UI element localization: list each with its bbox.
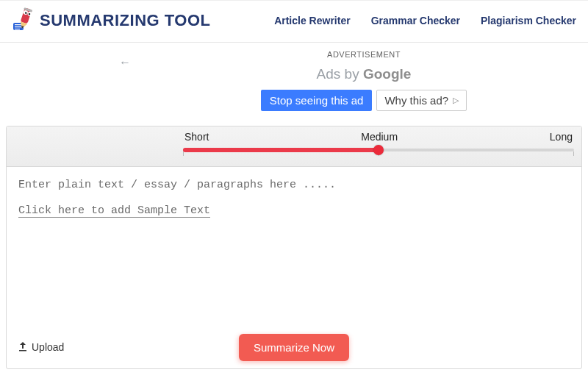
stop-seeing-ad-button[interactable]: Stop seeing this ad xyxy=(261,90,373,111)
header: SUMMARIZING TOOL Article Rewriter Gramma… xyxy=(0,0,588,43)
editor-placeholder: Enter plain text / essay / paragraphs he… xyxy=(18,179,570,191)
advertisement-block: ← ADVERTISEMENT Ads by Google Stop seein… xyxy=(0,47,588,118)
brand[interactable]: SUMMARIZING TOOL xyxy=(9,7,210,35)
length-slider-bar: Short Medium Long xyxy=(7,126,581,167)
nav-grammar-checker[interactable]: Grammar Checker xyxy=(371,15,460,26)
ads-by-line: Ads by Google xyxy=(140,66,588,82)
slider-thumb[interactable] xyxy=(373,145,384,155)
why-this-ad-button[interactable]: Why this ad? ▷ xyxy=(376,90,467,111)
google-wordmark: Google xyxy=(363,66,411,82)
svg-rect-1 xyxy=(15,24,22,25)
ad-label: ADVERTISEMENT xyxy=(140,50,588,59)
adchoices-icon: ▷ xyxy=(453,96,459,105)
length-slider[interactable] xyxy=(183,144,574,157)
upload-button[interactable]: Upload xyxy=(18,341,64,354)
ad-right-pane: ADVERTISEMENT Ads by Google Stop seeing … xyxy=(140,47,588,118)
summarize-button[interactable]: Summarize Now xyxy=(239,334,349,361)
svg-rect-2 xyxy=(15,26,22,27)
sample-text-link[interactable]: Click here to add Sample Text xyxy=(18,204,570,217)
back-arrow-icon[interactable]: ← xyxy=(119,56,131,69)
slider-label-short: Short xyxy=(184,131,209,143)
tool-footer: Upload Summarize Now xyxy=(7,329,581,368)
svg-rect-12 xyxy=(19,350,26,351)
main-nav: Article Rewriter Grammar Checker Plagiar… xyxy=(274,15,579,26)
nav-article-rewriter[interactable]: Article Rewriter xyxy=(274,15,350,26)
pencil-mascot-icon xyxy=(9,7,35,35)
slider-fill xyxy=(183,148,379,152)
slider-labels: Short Medium Long xyxy=(183,131,574,143)
upload-icon xyxy=(18,341,27,354)
brand-title: SUMMARIZING TOOL xyxy=(40,11,210,30)
svg-rect-3 xyxy=(15,29,20,29)
ad-left-pane: ← xyxy=(0,47,140,118)
nav-plagiarism-checker[interactable]: Plagiarism Checker xyxy=(481,15,576,26)
text-input-area[interactable]: Enter plain text / essay / paragraphs he… xyxy=(7,167,581,329)
ads-by-prefix: Ads by xyxy=(317,66,363,82)
slider-label-medium: Medium xyxy=(361,131,398,143)
why-this-ad-label: Why this ad? xyxy=(384,94,448,107)
upload-label: Upload xyxy=(32,341,64,353)
summarizer-tool: Short Medium Long Enter plain text / ess… xyxy=(6,126,582,369)
slider-label-long: Long xyxy=(550,131,573,143)
